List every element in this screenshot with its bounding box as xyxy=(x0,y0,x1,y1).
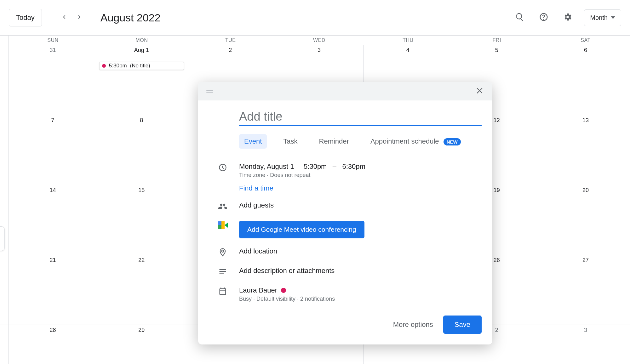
add-meet-button[interactable]: Add Google Meet video conferencing xyxy=(239,221,364,238)
month-nav xyxy=(57,11,87,25)
day-cell[interactable]: 3 xyxy=(541,325,630,364)
calendar-color-dot xyxy=(281,288,286,293)
day-number: 15 xyxy=(97,187,186,194)
dow-thu: THU xyxy=(364,36,452,45)
chevron-right-icon xyxy=(76,13,83,22)
find-a-time-link[interactable]: Find a time xyxy=(239,184,273,192)
day-cell[interactable]: 6 xyxy=(541,45,630,115)
day-cell[interactable]: 8 xyxy=(97,115,186,185)
support-button[interactable] xyxy=(536,10,551,25)
tab-appointment-schedule[interactable]: Appointment schedule NEW xyxy=(365,134,466,149)
event-title-input[interactable] xyxy=(239,108,482,125)
caret-down-icon xyxy=(611,16,615,19)
tab-reminder[interactable]: Reminder xyxy=(314,134,354,149)
save-button[interactable]: Save xyxy=(443,316,482,334)
day-number: 5 xyxy=(452,47,541,54)
day-cell[interactable]: 27 xyxy=(541,255,630,325)
event-type-tabs: Event Task Reminder Appointment schedule… xyxy=(239,134,492,149)
day-number: 6 xyxy=(541,47,630,54)
day-number: 14 xyxy=(9,187,97,194)
day-number: 28 xyxy=(9,327,97,333)
day-number: 2 xyxy=(186,47,275,54)
day-cell[interactable]: 21 xyxy=(9,255,97,325)
day-number: 3 xyxy=(275,47,364,54)
dialog-header xyxy=(198,82,492,100)
close-dialog-button[interactable] xyxy=(475,86,484,96)
dow-mon: MON xyxy=(97,36,186,45)
view-selector-label: Month xyxy=(590,14,608,21)
dow-wed: WED xyxy=(275,36,364,45)
google-meet-icon xyxy=(218,221,227,229)
dialog-body: Event Task Reminder Appointment schedule… xyxy=(198,100,492,344)
day-cell[interactable]: 14 xyxy=(9,185,97,255)
clock-icon xyxy=(218,163,227,173)
day-number: 31 xyxy=(9,47,97,54)
location-row[interactable]: Add location xyxy=(198,243,492,262)
day-cell[interactable]: 29 xyxy=(97,325,186,364)
day-cell[interactable]: 13 xyxy=(541,115,630,185)
add-guests-label: Add guests xyxy=(239,201,482,209)
day-number: 27 xyxy=(541,257,630,264)
calendar-grid: SUN MON TUE WED THU FRI SAT 31 Aug 1 5:3… xyxy=(0,36,630,364)
event-start-time: 5:30pm xyxy=(304,162,327,170)
time-row[interactable]: Monday, August 1 5:30pm – 6:30pm Time zo… xyxy=(198,158,492,197)
top-toolbar: Today August 2022 Month xyxy=(0,0,630,36)
calendar-row[interactable]: Laura Bauer Busy · Default visibility · … xyxy=(198,282,492,307)
day-of-week-header: SUN MON TUE WED THU FRI SAT xyxy=(0,36,630,45)
side-panel-tab[interactable] xyxy=(0,226,5,251)
day-number: 3 xyxy=(541,327,630,333)
day-cell[interactable]: Aug 1 5:30pm (No title) xyxy=(97,45,186,115)
event-defaults-label: Busy · Default visibility · 2 notificati… xyxy=(239,296,482,302)
day-number: 8 xyxy=(97,117,186,124)
quick-create-dialog: Event Task Reminder Appointment schedule… xyxy=(198,82,492,344)
day-number: 21 xyxy=(9,257,97,264)
location-icon xyxy=(218,248,227,258)
new-badge: NEW xyxy=(444,138,461,145)
tab-event[interactable]: Event xyxy=(239,134,267,149)
day-number: 20 xyxy=(541,187,630,194)
dow-sat: SAT xyxy=(541,36,630,45)
day-cell[interactable]: 28 xyxy=(9,325,97,364)
event-color-dot xyxy=(102,64,106,68)
description-row[interactable]: Add description or attachments xyxy=(198,262,492,282)
day-number: 29 xyxy=(97,327,186,333)
day-number: 22 xyxy=(97,257,186,264)
day-cell[interactable]: 20 xyxy=(541,185,630,255)
meet-row: Add Google Meet video conferencing xyxy=(198,216,492,243)
help-icon xyxy=(539,12,548,23)
tab-appointment-label: Appointment schedule xyxy=(370,137,439,145)
day-cell[interactable]: 31 xyxy=(9,45,97,115)
view-selector[interactable]: Month xyxy=(584,9,621,26)
today-button[interactable]: Today xyxy=(9,9,42,26)
drag-handle-icon[interactable] xyxy=(206,90,213,93)
day-number: 13 xyxy=(541,117,630,124)
add-description-label: Add description or attachments xyxy=(239,267,482,275)
people-icon xyxy=(218,202,227,212)
settings-button[interactable] xyxy=(560,10,575,25)
time-separator: – xyxy=(333,162,336,170)
dow-fri: FRI xyxy=(452,36,541,45)
next-month-button[interactable] xyxy=(73,11,87,25)
add-location-label: Add location xyxy=(239,247,482,255)
more-options-button[interactable]: More options xyxy=(393,321,433,329)
search-button[interactable] xyxy=(512,10,527,25)
day-cell[interactable]: 7 xyxy=(9,115,97,185)
prev-month-button[interactable] xyxy=(57,11,71,25)
guests-row[interactable]: Add guests xyxy=(198,197,492,216)
dow-sun: SUN xyxy=(9,36,97,45)
description-icon xyxy=(218,267,227,277)
dow-tue: TUE xyxy=(186,36,275,45)
close-icon xyxy=(475,91,484,96)
day-number: Aug 1 xyxy=(97,47,186,54)
event-chip-title: (No title) xyxy=(130,63,150,69)
day-cell[interactable]: 22 xyxy=(97,255,186,325)
organizer-name: Laura Bauer xyxy=(239,286,277,294)
event-date: Monday, August 1 xyxy=(239,162,294,170)
day-cell[interactable]: 15 xyxy=(97,185,186,255)
dialog-footer: More options Save xyxy=(198,307,492,344)
event-chip[interactable]: 5:30pm (No title) xyxy=(99,62,184,70)
current-month-label: August 2022 xyxy=(100,12,161,24)
chevron-left-icon xyxy=(60,13,68,22)
tab-task[interactable]: Task xyxy=(278,134,302,149)
timezone-recurrence-label: Time zone · Does not repeat xyxy=(239,172,482,179)
